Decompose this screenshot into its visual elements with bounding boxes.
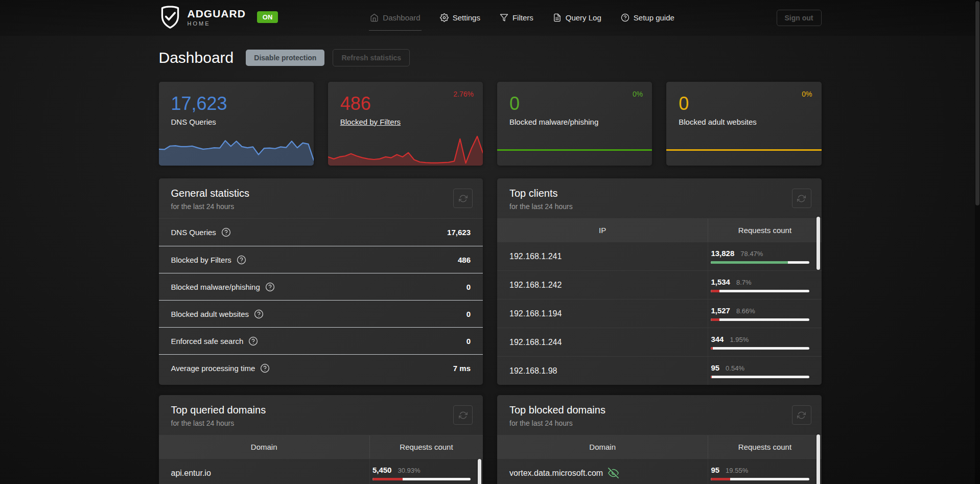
nav-query-log[interactable]: Query Log [553, 13, 601, 22]
nav-label: Query Log [566, 13, 601, 22]
scrollbar-thumb[interactable] [478, 459, 481, 484]
gear-icon [440, 13, 449, 22]
blocked-filters-link[interactable]: Blocked by Filters [340, 118, 401, 126]
blocked-filters-percent: 2.76% [453, 90, 474, 98]
table-header: Domain Requests count [497, 435, 822, 458]
help-icon[interactable] [254, 309, 264, 319]
card-blocked-malware: 0 Blocked malware/phishing 0% [497, 82, 652, 166]
nav-setup-guide[interactable]: Setup guide [621, 13, 674, 22]
blocked-adult-value: 0 [679, 93, 689, 114]
help-circle-icon [621, 13, 629, 22]
top-clients-panel: Top clients for the last 24 hours IP Req… [497, 178, 822, 385]
requests-count: 1,534 [711, 278, 730, 286]
requests-count: 95 [711, 363, 719, 372]
brand-title: ADGUARD [188, 8, 246, 19]
column-header-domain: Domain [497, 435, 708, 458]
nav-settings[interactable]: Settings [440, 13, 480, 22]
ip-label: 192.168.1.241 [509, 252, 562, 261]
table-row: api.entur.io5,45030.93% [159, 458, 483, 484]
refresh-icon [797, 194, 806, 203]
column-header-requests: Requests count [708, 435, 821, 458]
requests-percent: 30.93% [398, 467, 420, 474]
requests-count: 1,527 [711, 306, 730, 315]
panel-refresh-button[interactable] [792, 405, 811, 425]
panel-refresh-button[interactable] [792, 189, 811, 208]
stat-row: Enforced safe search 0 [159, 327, 483, 354]
top-queried-domains-panel: Top queried domains for the last 24 hour… [159, 395, 483, 484]
help-icon[interactable] [265, 282, 275, 292]
dns-queries-value: 17,623 [171, 93, 227, 114]
ip-label: 192.168.1.98 [509, 366, 557, 376]
stat-row: Average processing time 7 ms [159, 354, 483, 381]
nav-dashboard[interactable]: Dashboard [370, 13, 420, 22]
table-row: vortex.data.microsoft.com 9519.55% [497, 458, 822, 484]
nav-label: Setup guide [634, 13, 674, 22]
eye-off-icon [608, 468, 619, 478]
refresh-statistics-button[interactable]: Refresh statistics [333, 49, 410, 66]
nav-label: Filters [512, 13, 533, 22]
progress-bar [711, 290, 809, 292]
table-row: 192.168.1.1941,5278.66% [497, 299, 822, 328]
table-row: 192.168.1.2443441.95% [497, 328, 822, 356]
top-blocked-table: vortex.data.microsoft.com 9519.55% [497, 458, 822, 484]
progress-bar [711, 318, 809, 321]
top-clients-table: 192.168.1.24113,82878.47%192.168.1.2421,… [497, 242, 822, 385]
stat-row: Blocked by Filters 486 [159, 246, 483, 273]
requests-count: 344 [711, 335, 724, 343]
card-blocked-filters: 486 Blocked by Filters 2.76% [328, 82, 483, 166]
column-header-domain: Domain [159, 435, 369, 458]
stat-label: Blocked malware/phishing [171, 283, 260, 291]
stat-label: Average processing time [171, 364, 255, 373]
blocked-malware-label: Blocked malware/phishing [509, 118, 598, 126]
blocked-filters-value: 486 [340, 93, 371, 114]
shield-check-icon [159, 5, 181, 30]
scrollbar-thumb[interactable] [816, 434, 820, 484]
stat-cards-row: 17,623 DNS Queries 486 Blocked by Filter… [159, 82, 822, 166]
card-blocked-adult: 0 Blocked adult websites 0% [666, 82, 821, 166]
dns-queries-label: DNS Queries [171, 118, 216, 126]
blocked-adult-flatline [666, 149, 821, 151]
requests-count: 5,450 [372, 466, 392, 474]
stat-value: 0 [466, 283, 471, 291]
dashboard-page: Dashboard Disable protection Refresh sta… [159, 49, 822, 484]
requests-percent: 78.47% [740, 250, 763, 258]
top-blocked-domains-panel: Top blocked domains for the last 24 hour… [497, 395, 822, 484]
stat-value: 0 [466, 337, 471, 345]
panel-subtitle: for the last 24 hours [171, 202, 471, 211]
stat-label: Blocked adult websites [171, 310, 249, 318]
ip-label: 192.168.1.244 [509, 338, 562, 347]
document-icon [553, 13, 562, 22]
top-nav-bar: ADGUARD HOME ON Dashboard Settings [0, 0, 980, 36]
requests-percent: 8.7% [736, 279, 752, 286]
progress-bar [711, 261, 809, 264]
help-icon[interactable] [221, 227, 231, 237]
sign-out-button[interactable]: Sign out [777, 10, 822, 26]
blocked-filters-sparkline [328, 134, 483, 166]
panel-title: Top queried domains [171, 404, 471, 416]
panel-refresh-button[interactable] [453, 405, 473, 425]
scrollbar-thumb[interactable] [816, 217, 820, 270]
ip-label: 192.168.1.242 [509, 281, 562, 290]
requests-percent: 1.95% [730, 336, 749, 343]
page-scrollbar-thumb[interactable] [975, 1, 979, 205]
panel-subtitle: for the last 24 hours [509, 419, 809, 427]
column-header-ip: IP [497, 219, 708, 242]
blocked-malware-value: 0 [509, 93, 520, 114]
help-icon[interactable] [248, 336, 258, 346]
disable-protection-button[interactable]: Disable protection [246, 50, 324, 66]
refresh-icon [797, 411, 806, 420]
domain-label: vortex.data.microsoft.com [509, 469, 603, 478]
panel-refresh-button[interactable] [453, 189, 473, 208]
help-icon[interactable] [237, 255, 246, 265]
table-header: IP Requests count [497, 219, 822, 242]
stat-label: Enforced safe search [171, 337, 244, 345]
ip-label: 192.168.1.194 [509, 309, 562, 318]
card-dns-queries: 17,623 DNS Queries [159, 82, 314, 166]
page-scrollbar[interactable] [975, 0, 980, 484]
nav-filters[interactable]: Filters [500, 13, 533, 22]
help-icon[interactable] [260, 363, 270, 373]
nav-label: Dashboard [383, 13, 420, 22]
dns-queries-sparkline [159, 134, 314, 166]
blocked-malware-percent: 0% [633, 90, 643, 98]
stat-label: Blocked by Filters [171, 256, 231, 264]
